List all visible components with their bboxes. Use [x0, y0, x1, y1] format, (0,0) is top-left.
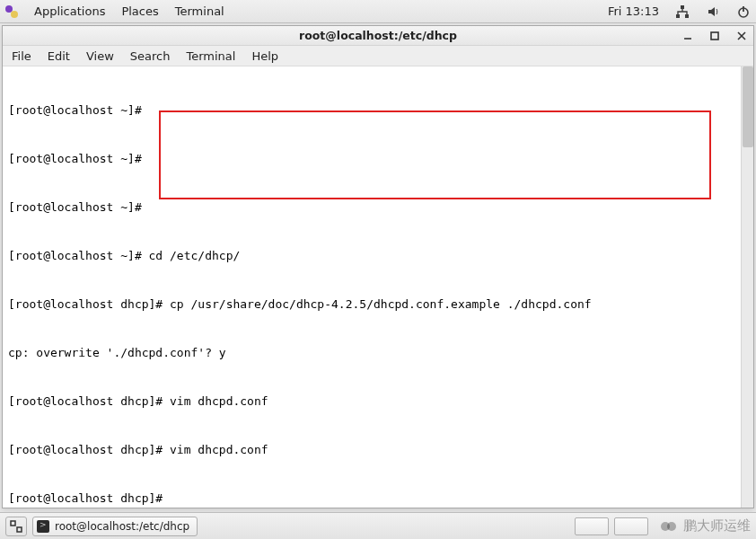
terminal-line: [root@localhost dhcp]# cp /usr/share/doc…	[8, 296, 748, 313]
terminal-scrollbar[interactable]	[741, 66, 753, 508]
terminal-menubar: File Edit View Search Terminal Help	[3, 46, 753, 66]
terminal-line: cp: overwrite './dhcpd.conf'? y	[8, 345, 748, 361]
terminal-scrollbar-thumb[interactable]	[743, 66, 753, 147]
window-title: root@localhost:/etc/dhcp	[299, 29, 457, 42]
svg-rect-0	[681, 5, 684, 9]
terminal-line: [root@localhost ~]# cd /etc/dhcp/	[8, 248, 748, 264]
menu-help[interactable]: Help	[251, 49, 278, 63]
svg-rect-10	[17, 527, 22, 532]
watermark-text: 鹏大师运维	[683, 517, 751, 534]
gnome-taskbar: root@localhost:/etc/dhcp 鹏大师运维	[0, 512, 756, 539]
terminal-window: root@localhost:/etc/dhcp File Edit View …	[2, 25, 754, 508]
menu-edit[interactable]: Edit	[48, 49, 70, 63]
applications-menu[interactable]: Applications	[34, 4, 105, 18]
tray-slot[interactable]	[614, 517, 648, 535]
volume-icon[interactable]	[706, 4, 720, 19]
watermark: 鹏大师运维	[661, 517, 751, 535]
window-close-button[interactable]	[735, 30, 748, 42]
network-icon[interactable]	[675, 4, 690, 19]
power-icon[interactable]	[736, 4, 751, 19]
terminal-line: [root@localhost dhcp]#	[8, 490, 748, 507]
menu-terminal[interactable]: Terminal	[186, 49, 235, 63]
window-titlebar[interactable]: root@localhost:/etc/dhcp	[3, 26, 753, 46]
window-minimize-button[interactable]	[681, 30, 694, 42]
terminal-line: [root@localhost dhcp]# vim dhcpd.conf	[8, 442, 748, 458]
watermark-logo-icon	[661, 520, 679, 533]
show-desktop-button[interactable]	[5, 517, 27, 536]
svg-rect-1	[676, 14, 680, 18]
svg-rect-6	[711, 32, 718, 40]
taskbar-entry-label: root@localhost:/etc/dhcp	[55, 520, 189, 533]
menu-search[interactable]: Search	[130, 49, 171, 63]
places-menu[interactable]: Places	[121, 4, 158, 18]
menu-file[interactable]: File	[12, 49, 31, 63]
clock[interactable]: Fri 13:13	[608, 4, 659, 18]
terminal-line: [root@localhost ~]#	[8, 199, 748, 216]
terminal-line: [root@localhost ~]#	[8, 151, 748, 167]
tray-slot[interactable]	[575, 517, 609, 535]
terminal-line: [root@localhost dhcp]# vim dhcpd.conf	[8, 393, 748, 410]
taskbar-entry-terminal[interactable]: root@localhost:/etc/dhcp	[32, 517, 198, 536]
terminal-launcher[interactable]: Terminal	[175, 4, 224, 18]
svg-rect-2	[685, 14, 689, 18]
menu-view[interactable]: View	[86, 49, 114, 63]
terminal-icon	[37, 520, 49, 533]
window-maximize-button[interactable]	[708, 30, 721, 42]
gnome-top-panel: Applications Places Terminal Fri 13:13	[0, 0, 756, 23]
terminal-line: [root@localhost ~]#	[8, 102, 748, 119]
svg-rect-9	[11, 521, 15, 526]
terminal-content[interactable]: [root@localhost ~]# [root@localhost ~]# …	[3, 66, 753, 508]
distro-logo-icon	[5, 5, 18, 18]
